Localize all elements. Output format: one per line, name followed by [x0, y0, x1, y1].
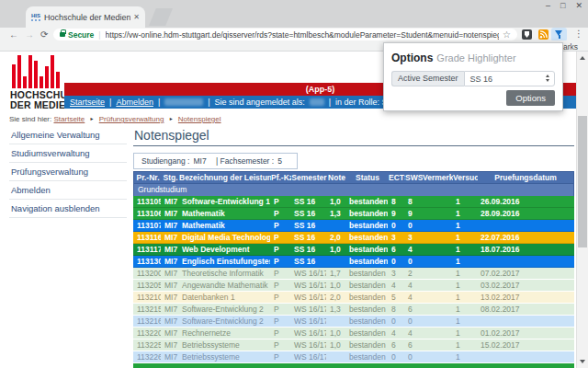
table-cell: P	[270, 208, 290, 219]
rss-extension-icon[interactable]	[538, 29, 548, 40]
scroll-down-icon[interactable]	[580, 360, 585, 363]
back-icon[interactable]: ←	[9, 29, 18, 40]
new-tab-button[interactable]	[149, 8, 173, 26]
table-row[interactable]: 113105MI7Software-Entwicklung 1PSS 161,0…	[133, 196, 574, 208]
nav-abmelden-link[interactable]: Abmelden	[116, 96, 153, 109]
minimize-button[interactable]: –	[546, 1, 550, 11]
table-cell: 113216	[133, 316, 161, 327]
column-header: Pr.-Nr.	[134, 172, 162, 183]
table-cell: Theoretische Informatik	[178, 268, 270, 279]
table-cell: 1,0	[326, 244, 345, 255]
column-header: SWS	[405, 172, 423, 183]
table-cell: MI7	[161, 339, 178, 351]
tab-close-icon[interactable]: ✕	[133, 13, 140, 21]
grades-table: Pr.-Nr.Stg.Bezeichnung der LeistungPf.-K…	[133, 171, 574, 363]
table-row[interactable]: 113210MI7Datenbanken 1PWS 16/172,0bestan…	[133, 292, 574, 304]
reload-icon[interactable]: ⟳	[40, 29, 48, 40]
table-cell: P	[270, 339, 290, 351]
sidebar-item[interactable]: Prüfungsverwaltung	[9, 163, 127, 181]
table-row[interactable]: 113226MI7BetriebssystemePWS 16/17bestand…	[133, 351, 574, 363]
browser-tab[interactable]: HIS Hochschule der Medien ✕	[26, 6, 145, 28]
table-cell: 9	[388, 208, 404, 219]
table-cell: MI7	[161, 328, 178, 339]
sidebar-item[interactable]: Navigation ausblenden	[9, 200, 127, 218]
table-cell: 113220	[133, 328, 161, 339]
table-row[interactable]: 113225MI7BetriebssystemePWS 16/171,0best…	[133, 339, 574, 351]
fachsemester-label: | Fachsemester :	[216, 156, 274, 166]
breadcrumb-link[interactable]: Startseite	[53, 115, 85, 123]
table-cell: 4	[404, 280, 422, 291]
address-bar[interactable]: Secure | https://vw-online.hdm-stuttgart…	[53, 29, 517, 40]
table-cell: 1	[452, 328, 477, 339]
breadcrumb-arrow-icon: ►	[90, 116, 95, 121]
table-cell	[326, 316, 345, 327]
table-cell: 113107	[133, 220, 161, 231]
table-cell: MI7	[161, 304, 178, 315]
table-cell	[422, 292, 452, 303]
table-cell: 2,0	[326, 292, 345, 303]
table-cell	[477, 220, 574, 231]
table-cell: WS 16/17	[290, 328, 326, 339]
table-cell: MI7	[161, 351, 178, 362]
active-semester-select[interactable]: SS 16	[464, 71, 555, 86]
table-cell: 113116	[133, 232, 161, 243]
breadcrumb-link[interactable]: Prüfungsverwaltung	[99, 115, 164, 123]
table-row[interactable]: 113117MI7Web DevelopmentPSS 161,0bestand…	[133, 244, 574, 256]
url-text[interactable]: https://vw-online.hdm-stuttgart.de/qisse…	[106, 30, 499, 40]
table-row[interactable]: 113215MI7Software-Entwicklung 2PWS 16/17…	[133, 304, 574, 316]
table-cell: MI7	[161, 280, 178, 291]
table-row[interactable]: 113116MI7Digital Media TechnologiePSS 16…	[133, 232, 574, 244]
breadcrumb-link[interactable]: Notenspiegel	[178, 115, 221, 123]
options-button[interactable]: Options	[506, 90, 555, 106]
nav-startseite-link[interactable]: Startseite	[70, 96, 105, 109]
table-cell: Software-Entwicklung 1	[178, 196, 270, 207]
table-cell: 3	[388, 268, 404, 279]
table-cell: MI7	[161, 220, 178, 231]
redacted-username	[164, 98, 203, 106]
table-row[interactable]: 113216MI7Software-Entwicklung 2PWS 16/17…	[133, 316, 574, 328]
grade-highlighter-extension-icon[interactable]	[551, 28, 567, 41]
table-cell	[326, 256, 345, 267]
browser-menu-icon[interactable]: ⋮	[574, 29, 583, 39]
table-cell: 1	[452, 280, 477, 291]
table-body: 113105MI7Software-Entwicklung 1PSS 161,0…	[133, 196, 574, 363]
table-cell: 0	[404, 351, 422, 362]
table-cell: Digital Media Technologie	[178, 232, 270, 243]
table-cell	[422, 351, 452, 362]
secure-label: Secure	[68, 30, 94, 40]
table-cell: P	[270, 268, 290, 279]
table-row[interactable]: 113200MI7Theoretische InformatikPWS 16/1…	[133, 268, 574, 280]
shield-extension-icon[interactable]	[522, 29, 532, 40]
sidebar-item[interactable]: Allgemeine Verwaltung	[9, 126, 127, 144]
table-row[interactable]: 113220MI7RechnernetzePWS 16/171,0bestand…	[133, 328, 574, 339]
table-cell: 1,3	[326, 304, 345, 315]
table-cell: P	[270, 316, 290, 327]
table-row[interactable]: 113106MI7MathematikPSS 161,3bestanden991…	[133, 208, 574, 220]
table-cell: 4	[404, 244, 422, 255]
table-row[interactable]: 113107MI7MathematikPSS 16bestanden001	[133, 220, 574, 232]
table-cell: MI7	[161, 256, 178, 267]
close-window-button[interactable]: ✕	[575, 1, 582, 11]
table-row[interactable]: 113205MI7Angewandte MathematikPWS 16/171…	[133, 280, 574, 292]
redacted-user-id	[310, 98, 324, 106]
bookmark-star-icon[interactable]: ☆	[503, 30, 511, 40]
table-cell	[477, 316, 574, 327]
table-cell: 0	[388, 351, 404, 362]
page-scrollbar[interactable]	[576, 52, 588, 368]
table-section-row: Grundstudium	[133, 184, 574, 196]
scrollbar-thumb[interactable]	[578, 116, 587, 247]
sidebar-item[interactable]: Studiumsverwaltung	[9, 144, 127, 163]
table-row[interactable]: 113130MI7Englisch EinstufungstestPSS 16b…	[133, 256, 574, 268]
table-cell: 113200	[133, 268, 161, 279]
scroll-up-icon[interactable]	[580, 56, 585, 60]
table-cell: P	[270, 256, 290, 267]
table-cell: 03.02.2017	[477, 280, 574, 291]
sidebar-item[interactable]: Abmelden	[9, 181, 127, 200]
table-cell: MI7	[161, 316, 178, 327]
maximize-button[interactable]: □	[560, 1, 565, 11]
table-cell: bestanden	[345, 304, 388, 315]
table-cell	[326, 351, 345, 362]
table-cell: P	[270, 196, 290, 207]
nav-separator: |	[329, 96, 331, 109]
breadcrumb-arrow-icon: ►	[169, 116, 174, 121]
